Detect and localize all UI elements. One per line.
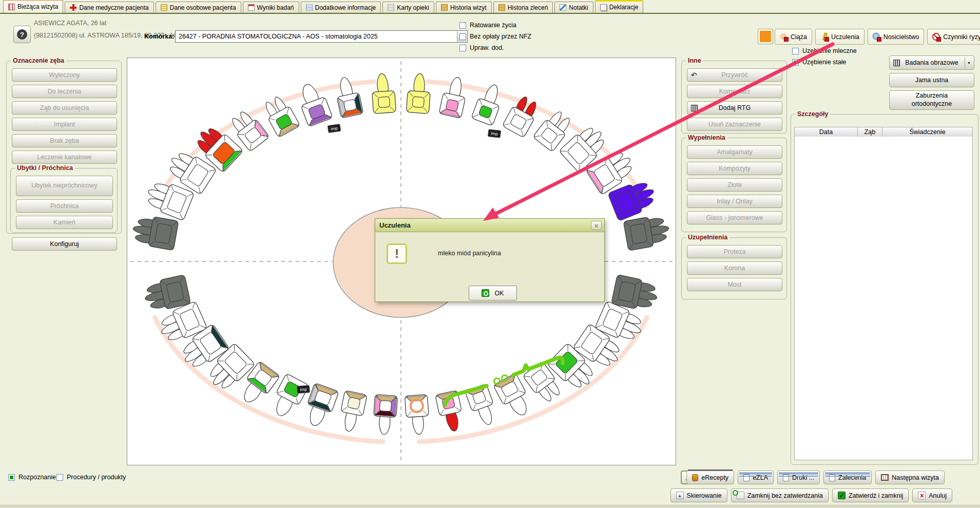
tool-button-przywróć[interactable]: Przywróć	[687, 68, 782, 82]
sidebar-button-ubytek-niepróchnicowy[interactable]: Ubytek niepróchnicowy	[16, 176, 113, 196]
checkbox-bez-opłaty-przez-nfz[interactable]	[459, 33, 466, 40]
checkbox-ratowanie-życia[interactable]	[459, 22, 466, 29]
green-ring-icon	[737, 492, 744, 499]
zaburzenia-ortodontyczne-button[interactable]: Zaburzenia ortodontyczne	[889, 90, 974, 110]
checkbox-uzębienie-stałe[interactable]	[792, 59, 799, 66]
action-button-ezla[interactable]: eZLA	[738, 471, 774, 484]
results-table-icon	[248, 4, 255, 11]
label: Notatki	[569, 4, 588, 11]
label: Zaburzenia ortodontyczne	[897, 92, 967, 108]
tab-historia-wizyt[interactable]: Historia wizyt	[436, 2, 492, 13]
tooth-upper-18[interactable]	[623, 214, 671, 251]
tab-bieżąca-wizyta[interactable]: Bieżąca wizyta	[3, 0, 63, 13]
group-wypełnienia: WypełnieniaAmalgamatyKompozytyZłoteInlay…	[681, 138, 787, 232]
nosicielstwo-button[interactable]: Nosicielstwo	[868, 29, 924, 45]
action-button-zalecenia[interactable]: Zalecenia	[823, 471, 872, 484]
tab-dodatkowe-informacje[interactable]: Dodatkowe informacje	[301, 2, 381, 13]
action-button-następna-wizyta[interactable]: Następna wizyta	[875, 471, 945, 484]
sidebar-button-kamień[interactable]: Kamień	[16, 216, 113, 229]
color-swatch-button[interactable]	[758, 29, 773, 44]
details-table-body[interactable]	[794, 137, 973, 460]
patient-name: ASIEWICZ AGATA, 26 lat	[34, 20, 106, 27]
header-checkbox-bez-opłaty-przez-nfz: Bez opłaty przez NFZ	[459, 33, 531, 40]
tool-button-złote[interactable]: Złote	[687, 178, 782, 192]
tool-button-most[interactable]: Most	[687, 278, 782, 291]
sidebar-button-ząb-do-usunięcia[interactable]: Ząb do usunięcia	[12, 101, 117, 115]
triangle-up-icon	[676, 492, 684, 499]
komorka-select[interactable]: 26427 - PORADNIA STOMATOLOGICZNA - AOS -…	[175, 30, 468, 43]
allergy-icon	[820, 33, 828, 41]
label: Następna wizyta	[892, 474, 939, 481]
tooth-lower-9[interactable]	[372, 394, 397, 435]
tool-button-komentarz[interactable]: Komentarz	[687, 85, 782, 98]
czynniki-ryzyka-button[interactable]: Czynniki ryzyka	[927, 29, 980, 45]
label: Karty opieki	[397, 4, 429, 11]
header-checkbox-ratowanie-życia: Ratowanie życia	[459, 22, 516, 29]
tooth-lower-10[interactable]	[405, 394, 430, 435]
label: Konfiguruj	[50, 240, 79, 248]
tool-button-korona[interactable]: Korona	[687, 261, 782, 275]
ok-button[interactable]: OK	[469, 286, 517, 300]
label: Ząb do usunięcia	[40, 104, 89, 111]
label: Proteza	[723, 248, 745, 255]
list-icon	[829, 474, 835, 481]
tooth-upper-6[interactable]	[261, 93, 300, 138]
sidebar-button-próchnica[interactable]: Próchnica	[16, 199, 113, 213]
column-header-świadczenie[interactable]: Świadczenie	[882, 127, 973, 137]
tool-button-usuń-zaznaczenie[interactable]: Usuń zaznaczenie	[687, 118, 782, 131]
label: Komentarz	[719, 88, 750, 95]
checkbox-upraw-dod[interactable]	[459, 45, 466, 51]
tool-button-proteza[interactable]: Proteza	[687, 245, 782, 258]
column-header-ząb[interactable]: Ząb	[858, 127, 882, 137]
tab-historia-zleceń[interactable]: Historia zleceń	[493, 2, 553, 13]
ciąża-button[interactable]: Ciąża	[775, 29, 812, 45]
tooth-upper-9[interactable]	[371, 73, 396, 114]
label: Do leczenia	[48, 88, 81, 95]
button-stack: Ubytek niepróchnicowyPróchnicaKamień	[16, 176, 113, 229]
label: Inlay / Onlay	[717, 198, 752, 205]
label: Usuń zaznaczenie	[708, 121, 761, 128]
sidebar-button-leczenie-kanałowe[interactable]: Leczenie kanałowe	[12, 150, 117, 164]
action-button-druki[interactable]: Druki ...	[777, 471, 820, 484]
action-button-anuluj[interactable]: Anuluj	[912, 488, 952, 502]
action-button-erecepty[interactable]: eRecepty	[686, 471, 734, 484]
checkbox-rozpoznanie[interactable]	[8, 474, 15, 481]
sidebar-button-wyleczony[interactable]: Wyleczony	[12, 68, 117, 82]
tool-button-amalgamaty[interactable]: Amalgamaty	[687, 145, 782, 159]
sidebar-button-do-leczenia[interactable]: Do leczenia	[12, 85, 117, 98]
column-header-data[interactable]: Data	[794, 127, 858, 137]
tooth-upper-10[interactable]	[406, 73, 431, 114]
tool-button-dodaj-rtg[interactable]: Dodaj RTG	[687, 101, 782, 115]
button-stack: AmalgamatyKompozytyZłoteInlay / OnlayGla…	[687, 145, 782, 224]
action-button-zamknij-bez-zatwierdzania[interactable]: Zamknij bez zatwierdzania	[731, 488, 829, 502]
action-button-skierowanie[interactable]: Skierowanie	[670, 488, 727, 502]
tab-dane-medyczne-pacjenta[interactable]: Dane medyczne pacjenta	[65, 2, 153, 13]
badania-obrazowe-button[interactable]: Badania obrazowe ▼	[889, 55, 974, 70]
group-legend: Oznaczenie zęba	[11, 57, 66, 64]
checkbox-uzębienie-mleczne[interactable]	[792, 48, 799, 54]
sidebar-button-brak-zęba[interactable]: Brak zęba	[12, 134, 117, 147]
chevron-down-icon[interactable]: ▼	[965, 57, 973, 68]
tool-button-inlay-onlay[interactable]: Inlay / Onlay	[687, 195, 782, 208]
sidebar-button-konfiguruj[interactable]: Konfiguruj	[12, 237, 117, 251]
toggle-procedury-produkty: Procedury / produkty	[56, 474, 126, 481]
action-button-zatwierdź-i-zamknij[interactable]: Zatwierdź i zamknij	[832, 488, 909, 502]
tab-notatki[interactable]: Notatki	[554, 2, 593, 13]
tooth-upper-1[interactable]	[131, 214, 179, 251]
tab-dane-osobowe-pacjenta[interactable]: Dane osobowe pacjenta	[156, 2, 241, 13]
help-button[interactable]: ?	[13, 26, 31, 43]
uczulenia-button[interactable]: Uczulenia	[815, 29, 864, 45]
tab-deklaracje[interactable]: Deklaracje	[595, 0, 644, 13]
tooth-upper-13[interactable]	[502, 93, 542, 138]
tab-wyniki-badań[interactable]: Wyniki badań	[243, 2, 299, 13]
close-icon[interactable]: ×	[591, 221, 602, 230]
sidebar-button-implant[interactable]: Implant	[12, 118, 117, 131]
checkbox-procedury-produkty[interactable]	[56, 474, 63, 481]
jama-ustna-button[interactable]: Jama ustna	[889, 73, 974, 87]
tab-karty-opieki[interactable]: Karty opieki	[382, 2, 434, 13]
tool-button-glass-jonomerowe[interactable]: Glass - jonomerowe	[687, 211, 782, 224]
implant-badge: Imp	[328, 124, 341, 133]
tool-button-kompozyty[interactable]: Kompozyty	[687, 162, 782, 175]
calendar-icon	[881, 474, 889, 481]
tooth-lower-8[interactable]	[337, 390, 367, 434]
